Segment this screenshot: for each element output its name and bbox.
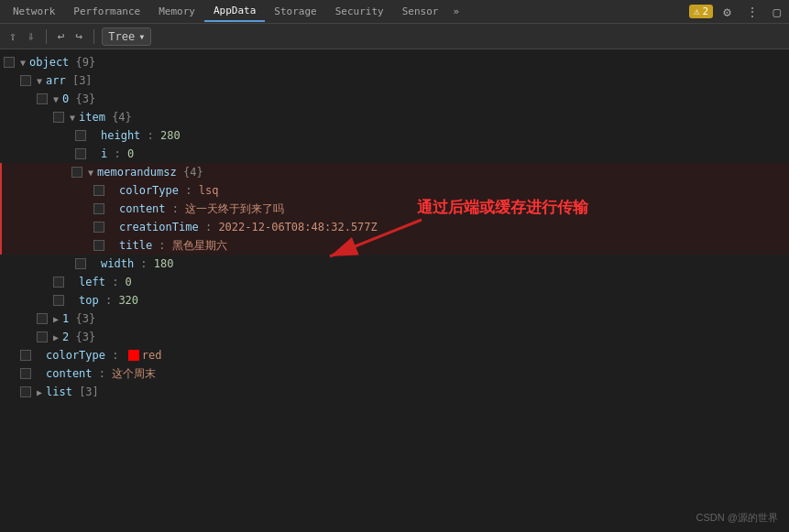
tree-row-title[interactable]: ▶ title : 黑色星期六 (0, 236, 789, 255)
tab-bar-right: ⚠ 2 ⚙ ⋮ ▢ (689, 3, 785, 21)
list-punct (72, 385, 79, 398)
content-colon: : (166, 202, 186, 215)
checkbox-colortype[interactable] (93, 185, 104, 196)
tree-row-colortype[interactable]: ▶ colorType : lsq (0, 181, 789, 200)
dropdown-chevron-icon: ▾ (138, 30, 145, 43)
checkbox-width[interactable] (75, 258, 86, 269)
tree-row-list[interactable]: ▶ list [3] (0, 383, 789, 401)
tree-row-item2[interactable]: ▶ 2 {3} (0, 328, 789, 346)
checkbox-list[interactable] (20, 386, 31, 397)
item0-count: {3} (75, 92, 95, 105)
item-punct (105, 111, 112, 124)
tree-row-width[interactable]: ▶ width : 180 (0, 255, 789, 273)
tree-row-arr[interactable]: ▼ arr [3] (0, 71, 789, 90)
creationtime-key: creationTime (119, 221, 199, 233)
maximize-icon[interactable]: ▢ (769, 3, 785, 21)
title-value: 黑色星期六 (172, 238, 227, 254)
tree-panel[interactable]: ▼ object {9} ▼ arr [3] ▼ 0 {3} (0, 49, 789, 532)
settings-icon[interactable]: ⚙ (718, 3, 735, 21)
arr-count: [3] (72, 74, 93, 87)
tree-row-memorandum[interactable]: ▼ memorandumsz {4} (0, 163, 789, 181)
height-colon: : (140, 129, 160, 142)
colortype2-value: red (142, 349, 162, 362)
tab-more[interactable]: » (447, 2, 465, 21)
tab-sensor[interactable]: Sensor (393, 2, 448, 21)
item1-key: 1 (62, 312, 69, 325)
tab-security[interactable]: Security (326, 2, 393, 21)
checkbox-creationtime[interactable] (93, 222, 104, 233)
view-mode-dropdown[interactable]: Tree ▾ (102, 27, 151, 46)
tree-row-top[interactable]: ▶ top : 320 (0, 291, 789, 309)
item1-punct (69, 312, 75, 325)
checkbox-item2[interactable] (37, 331, 48, 342)
memorandum-count: {4} (183, 166, 203, 179)
checkbox-top[interactable] (53, 295, 64, 306)
expand-list-icon[interactable]: ▶ (33, 385, 46, 398)
tab-network[interactable]: Network (4, 2, 64, 21)
warning-badge[interactable]: ⚠ 2 (689, 5, 713, 18)
tree-row-content[interactable]: ▶ content : 这一天终于到来了吗 (0, 200, 789, 218)
item0-key: 0 (62, 92, 69, 105)
checkbox-colortype2[interactable] (20, 350, 31, 361)
tree-row-i[interactable]: ▶ i : 0 (0, 145, 789, 163)
expand-item-icon[interactable]: ▼ (66, 111, 79, 124)
expand-item0-icon[interactable]: ▼ (49, 92, 62, 105)
tree-row-left[interactable]: ▶ left : 0 (0, 273, 789, 291)
title-colon: : (152, 239, 172, 252)
checkbox-item0[interactable] (37, 93, 48, 104)
object-punct (69, 56, 75, 69)
title-key: title (119, 239, 152, 252)
checkbox-arr[interactable] (20, 75, 31, 86)
width-colon: : (134, 257, 154, 270)
tab-performance[interactable]: Performance (64, 2, 149, 21)
tree-row-item1[interactable]: ▶ 1 {3} (0, 309, 789, 328)
expand-item1-icon[interactable]: ▶ (49, 312, 62, 325)
checkbox-content2[interactable] (20, 368, 31, 379)
tree-row-item0[interactable]: ▼ 0 {3} (0, 90, 789, 108)
more-options-icon[interactable]: ⋮ (741, 3, 763, 21)
tree-row-object[interactable]: ▼ object {9} (0, 53, 789, 71)
content2-key: content (46, 367, 93, 380)
tree-content: ▼ object {9} ▼ arr [3] ▼ 0 {3} (0, 53, 789, 401)
checkbox-item1[interactable] (37, 313, 48, 324)
checkbox-title[interactable] (93, 240, 104, 251)
expand-arr-icon[interactable]: ▼ (33, 74, 46, 87)
checkbox-memorandum[interactable] (71, 167, 82, 178)
undo-button[interactable]: ↩ (54, 27, 69, 45)
checkbox-left[interactable] (53, 277, 64, 288)
move-up-button[interactable]: ⇧ (5, 27, 20, 45)
move-down-button[interactable]: ⇩ (24, 27, 38, 45)
tab-memory[interactable]: Memory (149, 2, 204, 21)
toolbar-separator (46, 29, 47, 44)
width-value: 180 (154, 257, 174, 270)
warning-icon: ⚠ (694, 5, 700, 17)
height-value: 280 (160, 129, 181, 142)
tree-row-height[interactable]: ▶ height : 280 (0, 126, 789, 145)
tab-storage[interactable]: Storage (265, 2, 325, 21)
tree-row-content2[interactable]: ▶ content : 这个周末 (0, 364, 789, 383)
expand-object-icon[interactable]: ▼ (16, 56, 29, 69)
top-colon: : (99, 294, 119, 307)
content-key: content (119, 202, 166, 215)
arr-punct (66, 74, 72, 87)
creationtime-colon: : (199, 221, 219, 233)
expand-memorandum-icon[interactable]: ▼ (84, 166, 97, 179)
left-colon: : (105, 276, 126, 288)
tab-bar: Network Performance Memory AppData Stora… (0, 0, 789, 24)
checkbox-height[interactable] (75, 130, 86, 141)
expand-item2-icon[interactable]: ▶ (49, 331, 62, 343)
toolbar: ⇧ ⇩ ↩ ↪ Tree ▾ (0, 24, 789, 49)
item2-key: 2 (62, 331, 69, 343)
checkbox-i[interactable] (75, 148, 86, 159)
checkbox-item[interactable] (53, 112, 64, 123)
tab-appdata[interactable]: AppData (204, 1, 265, 22)
checkbox-content[interactable] (93, 203, 104, 214)
item2-punct (69, 331, 75, 343)
tree-row-item[interactable]: ▼ item {4} (0, 108, 789, 126)
colortype2-key: colorType (46, 349, 105, 362)
checkbox-object[interactable] (4, 57, 15, 68)
object-key: object (29, 56, 69, 69)
tree-row-colortype2[interactable]: ▶ colorType : red (0, 346, 789, 364)
redo-button[interactable]: ↪ (71, 27, 86, 45)
tree-row-creationtime[interactable]: ▶ creationTime : 2022-12-06T08:48:32.577… (0, 218, 789, 236)
